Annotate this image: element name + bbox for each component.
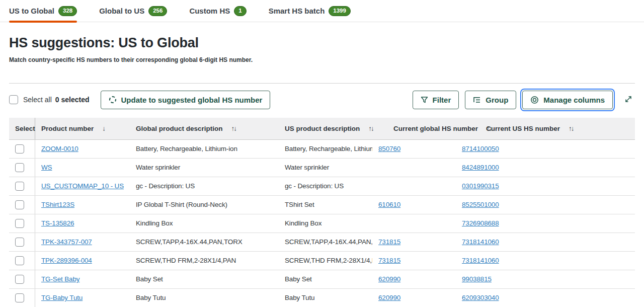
product-number-cell: TS-135826: [35, 214, 130, 233]
current-us-hs-link[interactable]: 7318141060: [462, 257, 499, 264]
product-number-link[interactable]: TPK-343757-007: [41, 238, 92, 246]
sync-icon: [109, 96, 117, 104]
tab-custom-hs[interactable]: Custom HS 1: [189, 6, 246, 22]
current-global-hs-cell: [372, 159, 456, 177]
expand-table-button[interactable]: [622, 93, 635, 107]
product-number-link[interactable]: TG-Set Baby: [41, 275, 79, 283]
current-global-hs-link[interactable]: 731815: [378, 257, 400, 264]
row-checkbox[interactable]: [15, 293, 24, 302]
current-global-hs-link[interactable]: 850760: [378, 145, 400, 152]
global-product-description-cell: Baby Tutu: [130, 289, 279, 307]
us-product-description-cell: Battery, Rechargeable, Lithium-ion: [279, 140, 372, 158]
current-us-hs-link[interactable]: 8424891000: [462, 164, 499, 171]
column-header-us-product-description[interactable]: US product description ↑↓: [279, 118, 372, 139]
product-number-link[interactable]: US_CUSTOMMAP_10 - US: [41, 182, 124, 190]
current-global-hs-link[interactable]: 620990: [378, 294, 400, 301]
filter-button[interactable]: Filter: [413, 91, 459, 109]
table-row: TPK-343757-007 SCREW,TAPP,4-16X.44,PAN,T…: [9, 233, 635, 252]
current-us-hs-link[interactable]: 0301990315: [462, 182, 499, 190]
product-number-link[interactable]: TPK-289396-004: [41, 257, 92, 264]
hs-suggestions-table: Select Product number ↓ Global product d…: [9, 118, 635, 307]
group-button[interactable]: Group: [465, 91, 516, 109]
tab-count-badge: 328: [58, 6, 77, 16]
table-row: TS-135826 Kindling Box Kindling Box 7326…: [9, 214, 635, 233]
column-header-label: Select: [15, 125, 35, 132]
current-us-hs-link[interactable]: 8525501000: [462, 201, 499, 208]
current-us-hs-link[interactable]: 6209303040: [462, 294, 499, 301]
product-number-link[interactable]: TS-135826: [41, 219, 74, 227]
column-header-global-product-description[interactable]: Global product description ↑↓: [130, 118, 279, 139]
section-divider: [9, 83, 635, 84]
filter-button-label: Filter: [433, 96, 451, 104]
current-us-hs-cell: 6209303040: [456, 289, 635, 307]
table-header-row: Select Product number ↓ Global product d…: [9, 118, 635, 140]
tree-list-icon: [473, 96, 481, 104]
update-to-suggested-button[interactable]: Update to suggested global HS number: [101, 91, 271, 109]
us-product-description-cell: Kindling Box: [279, 214, 372, 233]
current-us-hs-link[interactable]: 7326908688: [462, 219, 499, 227]
row-select-cell: [9, 140, 35, 158]
update-button-label: Update to suggested global HS number: [121, 96, 263, 104]
tab-us-to-global[interactable]: US to Global 328: [9, 6, 77, 22]
row-checkbox[interactable]: [15, 256, 24, 265]
column-header-select[interactable]: Select: [9, 118, 35, 139]
product-number-link[interactable]: TG-Baby Tutu: [41, 294, 83, 301]
current-global-hs-cell: 610610: [372, 196, 456, 214]
product-number-cell: US_CUSTOMMAP_10 - US: [35, 177, 130, 195]
product-number-link[interactable]: WS: [41, 164, 52, 171]
row-checkbox[interactable]: [15, 219, 24, 228]
row-checkbox[interactable]: [15, 238, 24, 247]
concentric-eye-icon: [530, 96, 539, 104]
global-product-description-cell: IP Global T-Shirt (Round-Neck): [130, 196, 279, 214]
global-product-description-cell: Kindling Box: [130, 214, 279, 233]
row-select-cell: [9, 177, 35, 195]
row-checkbox[interactable]: [15, 275, 24, 284]
column-header-current-us-hs-number[interactable]: Current US HS number ↑↓: [456, 118, 635, 139]
current-us-hs-link[interactable]: 8714100050: [462, 145, 499, 152]
current-global-hs-cell: 850760: [372, 140, 456, 158]
manage-columns-button[interactable]: Manage columns: [522, 91, 613, 109]
row-select-cell: [9, 252, 35, 270]
tab-count-badge: 1399: [329, 6, 351, 16]
row-checkbox[interactable]: [15, 144, 24, 154]
sort-descending-icon[interactable]: ↓: [102, 125, 105, 132]
product-number-link[interactable]: ZOOM-0010: [41, 145, 78, 152]
current-global-hs-cell: 620990: [372, 270, 456, 288]
current-us-hs-cell: 7318141060: [456, 252, 635, 270]
us-product-description-cell: Water sprinkler: [279, 159, 372, 177]
tab-label: Smart HS batch: [269, 7, 325, 15]
column-header-product-number[interactable]: Product number ↓: [35, 118, 130, 139]
table-toolbar: Select all 0 selected Update to suggeste…: [9, 91, 635, 109]
current-global-hs-link[interactable]: 610610: [378, 201, 400, 208]
us-product-description-cell: SCREW,TAPP,4-16X.44,PAN,TORX: [279, 233, 372, 251]
current-us-hs-link[interactable]: 99038815: [462, 275, 492, 283]
current-us-hs-link[interactable]: 7318141060: [462, 238, 499, 246]
column-header-label: Current US HS number: [486, 125, 560, 132]
tab-count-badge: 1: [234, 6, 246, 16]
tab-global-to-us[interactable]: Global to US 256: [99, 6, 167, 22]
product-number-link[interactable]: TShirt123S: [41, 201, 74, 208]
current-global-hs-cell: 731815: [372, 252, 456, 270]
current-us-hs-cell: 99038815: [456, 270, 635, 288]
sort-both-icon[interactable]: ↑↓: [569, 125, 574, 132]
product-number-cell: TG-Baby Tutu: [35, 289, 130, 307]
group-button-label: Group: [486, 96, 508, 104]
table-row: TG-Set Baby Baby Set Baby Set 620990 990…: [9, 270, 635, 289]
current-global-hs-link[interactable]: 731815: [378, 238, 400, 246]
us-product-description-cell: gc - Description: US: [279, 177, 372, 195]
funnel-icon: [421, 96, 428, 104]
current-global-hs-link[interactable]: 620990: [378, 275, 400, 283]
sort-both-icon[interactable]: ↑↓: [231, 125, 236, 132]
toolbar-right-group: Filter Group Manage columns: [413, 91, 635, 109]
us-product-description-cell: Baby Set: [279, 270, 372, 288]
tab-smart-hs-batch[interactable]: Smart HS batch 1399: [269, 6, 351, 22]
current-global-hs-cell: 731815: [372, 233, 456, 251]
row-checkbox[interactable]: [15, 182, 24, 191]
row-checkbox[interactable]: [15, 163, 24, 172]
us-product-description-cell: SCREW,THD FRM,2-28X1/4,PAN: [279, 252, 372, 270]
row-checkbox[interactable]: [15, 200, 24, 209]
select-all-checkbox[interactable]: [9, 95, 18, 104]
current-us-hs-cell: 8424891000: [456, 159, 635, 177]
product-number-cell: TPK-289396-004: [35, 252, 130, 270]
column-header-current-global-hs-number[interactable]: Current global HS number ↑↓: [372, 118, 456, 139]
